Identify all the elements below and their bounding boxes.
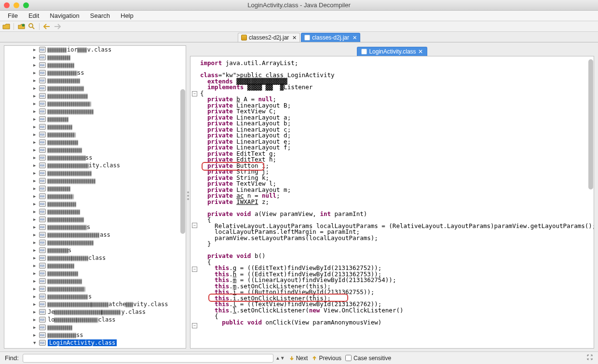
tree-item[interactable]: ▶s	[4, 246, 186, 254]
tree-item[interactable]: ▶class	[4, 254, 186, 262]
minimize-window-button[interactable]	[14, 2, 19, 8]
expand-arrow-icon[interactable]: ▶	[33, 256, 37, 260]
expand-arrow-icon[interactable]: ▶	[33, 171, 37, 175]
tree-item[interactable]: ▶	[4, 54, 186, 61]
expand-arrow-icon[interactable]: ▶	[33, 232, 37, 237]
tree-item[interactable]: ▶	[4, 108, 186, 115]
close-icon[interactable]: ✕	[418, 48, 423, 55]
menu-file[interactable]: File	[3, 11, 23, 20]
find-previous-button[interactable]: Previous	[312, 355, 341, 362]
expand-arrow-icon[interactable]: ▶	[33, 202, 37, 206]
collapse-arrow-icon[interactable]: ▼	[33, 340, 37, 345]
tree-item[interactable]: ▶	[4, 92, 186, 100]
expand-arrow-icon[interactable]: ▶	[33, 70, 37, 75]
expand-arrow-icon[interactable]: ▶	[33, 101, 37, 106]
tree-item[interactable]: ▶	[4, 61, 186, 69]
find-history-dropdown[interactable]: ▲▼	[275, 355, 285, 361]
tree-item[interactable]: ▶	[4, 324, 186, 331]
expand-arrow-icon[interactable]: ▶	[33, 78, 37, 83]
back-icon[interactable]	[42, 22, 51, 31]
code-editor[interactable]: import java.util.ArrayList; class="kw">p…	[190, 56, 594, 349]
jar-tab-classes2[interactable]: classes2-d2j.jar ✕	[238, 33, 300, 42]
expand-arrow-icon[interactable]: ▶	[33, 263, 37, 268]
expand-arrow-icon[interactable]: ▶	[33, 186, 37, 191]
fold-toggle[interactable]: −	[192, 323, 197, 328]
tree-item[interactable]: ▶	[4, 270, 186, 277]
expand-arrow-icon[interactable]: ▶	[33, 47, 37, 52]
fold-toggle[interactable]: −	[192, 223, 197, 228]
tree-scrollbar[interactable]	[180, 89, 185, 234]
panel-splitter[interactable]	[186, 42, 190, 351]
expand-arrow-icon[interactable]: ▶	[33, 294, 37, 299]
close-icon[interactable]: ✕	[292, 35, 297, 41]
tree-item[interactable]: ▶atchevity.class	[4, 300, 186, 308]
tree-item[interactable]: ▶	[4, 131, 186, 138]
menu-edit[interactable]: Edit	[24, 11, 44, 20]
tree-item[interactable]: ▶	[4, 84, 186, 92]
tree-item[interactable]: ▶iorv.class	[4, 46, 186, 54]
expand-arrow-icon[interactable]: ▶	[33, 225, 37, 229]
expand-arrow-icon[interactable]: ▶	[33, 209, 37, 214]
expand-arrow-icon[interactable]: ▶	[33, 163, 37, 168]
expand-arrow-icon[interactable]: ▶	[33, 148, 37, 152]
expand-arrow-icon[interactable]: ▶	[33, 217, 37, 222]
maximize-window-button[interactable]	[23, 2, 29, 8]
close-icon[interactable]: ✕	[353, 35, 357, 41]
tree-item[interactable]: ▶	[4, 192, 186, 200]
tree-item[interactable]: ▶	[4, 216, 186, 223]
fold-toggle[interactable]: −	[192, 91, 197, 96]
tree-item[interactable]: ▶	[4, 262, 186, 270]
expand-arrow-icon[interactable]: ▶	[33, 155, 37, 160]
code-tab-loginactivity[interactable]: LoginActivity.class ✕	[357, 47, 427, 56]
tree-item[interactable]: ▶	[4, 185, 186, 192]
expand-arrow-icon[interactable]: ▶	[33, 132, 37, 137]
expand-arrow-icon[interactable]: ▶	[33, 124, 37, 129]
case-sensitive-checkbox[interactable]	[345, 355, 352, 361]
tree-item[interactable]: ▶	[4, 146, 186, 154]
jar-tab-classes[interactable]: classes-d2j.jar ✕	[301, 33, 360, 42]
tree-item[interactable]: ▶s	[4, 223, 186, 231]
search-icon[interactable]	[27, 22, 36, 31]
case-sensitive-toggle[interactable]: Case sensitive	[345, 355, 391, 362]
find-input[interactable]	[23, 354, 273, 363]
expand-arrow-icon[interactable]: ▶	[33, 325, 37, 330]
tree-item[interactable]: ▶	[4, 169, 186, 177]
expand-arrow-icon[interactable]: ▶	[33, 94, 37, 98]
tree-item[interactable]: ▶	[4, 208, 186, 216]
tree-item[interactable]: ▶s	[4, 293, 186, 300]
find-next-button[interactable]: Next	[289, 355, 308, 362]
expand-arrow-icon[interactable]: ▶	[33, 310, 37, 314]
expand-arrow-icon[interactable]: ▶	[33, 317, 37, 322]
expand-arrow-icon[interactable]: ▶	[33, 279, 37, 283]
tree-item[interactable]: ▶ity.class	[4, 162, 186, 169]
expand-icon[interactable]	[586, 354, 593, 362]
tree-item[interactable]: ▶	[4, 239, 186, 246]
tree-item[interactable]: ▶	[4, 100, 186, 108]
tree-item[interactable]: ▶	[4, 123, 186, 131]
menu-navigation[interactable]: Navigation	[45, 11, 84, 20]
tree-item[interactable]: ▶	[4, 77, 186, 84]
tree-item[interactable]: ▶loclass	[4, 316, 186, 324]
tree-item[interactable]: ▶	[4, 277, 186, 285]
expand-arrow-icon[interactable]: ▶	[33, 286, 37, 291]
package-tree[interactable]: ▶iorv.class▶▶▶ss▶▶▶▶▶▶▶▶▶▶▶ss▶ity.class▶…	[4, 45, 186, 349]
tree-item[interactable]: ▶	[4, 115, 186, 123]
open-icon[interactable]	[2, 22, 11, 31]
save-icon[interactable]	[17, 22, 26, 31]
fold-toggle[interactable]: −	[192, 267, 197, 272]
expand-arrow-icon[interactable]: ▶	[33, 333, 37, 337]
tree-item[interactable]: ▶	[4, 285, 186, 293]
tree-item[interactable]: ▶ass	[4, 231, 186, 239]
tree-item[interactable]: ▶	[4, 138, 186, 146]
tree-item[interactable]: ▶ss	[4, 154, 186, 162]
expand-arrow-icon[interactable]: ▶	[33, 117, 37, 121]
expand-arrow-icon[interactable]: ▶	[33, 302, 37, 307]
tree-item[interactable]: ▶	[4, 200, 186, 208]
menu-help[interactable]: Help	[116, 11, 138, 20]
expand-arrow-icon[interactable]: ▶	[33, 240, 37, 245]
expand-arrow-icon[interactable]: ▶	[33, 194, 37, 199]
source-code[interactable]: import java.util.ArrayList; class="kw">p…	[190, 56, 594, 329]
expand-arrow-icon[interactable]: ▶	[33, 140, 37, 145]
close-window-button[interactable]	[4, 2, 10, 8]
expand-arrow-icon[interactable]: ▶	[33, 109, 37, 114]
